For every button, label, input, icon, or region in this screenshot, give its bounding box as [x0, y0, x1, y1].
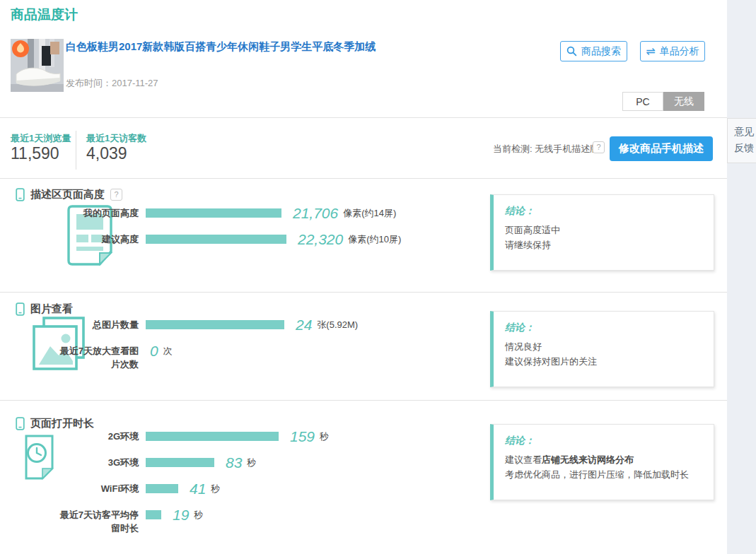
stat-pageviews-label: 最近1天浏览量 — [11, 132, 71, 145]
platform-toggle: PC 无线 — [622, 92, 704, 111]
phone-icon — [16, 302, 25, 316]
conclusion-line: 建议保持对图片的关注 — [505, 354, 702, 369]
conclusion-line: 情况良好 — [505, 339, 702, 354]
metric-bar — [146, 320, 284, 329]
section-open-duration: 页面打开时长 2G环境 159 秒 3G环境 83 秒 WiFi环境 — [0, 413, 727, 554]
search-icon — [566, 46, 577, 57]
metric-value: 21,706 — [293, 206, 338, 220]
stat-divider — [76, 131, 76, 170]
metric-bar — [146, 432, 279, 441]
metric-row: WiFi环境 41 秒 — [54, 482, 329, 508]
metric-value: 159 — [290, 429, 315, 444]
metric-row: 总图片数量 24 张(5.92M) — [54, 318, 358, 344]
conclusion-line: 请继续保持 — [505, 237, 702, 252]
metric-value: 24 — [296, 317, 312, 332]
page-title: 商品温度计 — [11, 6, 78, 24]
metric-unit: 像素(约10屏) — [348, 232, 401, 246]
conclusion-box: 结论： 页面高度适中 请继续保持 — [490, 194, 714, 271]
metric-unit: 秒 — [211, 482, 220, 495]
metric-value: 83 — [226, 455, 242, 470]
phone-icon — [16, 188, 25, 201]
metric-unit: 秒 — [320, 430, 329, 443]
metric-unit: 次 — [163, 344, 173, 358]
conclusion-title: 结论： — [505, 435, 702, 447]
metric-value: 19 — [173, 507, 189, 522]
product-thumbnail[interactable] — [11, 39, 64, 92]
pc-toggle-button[interactable]: PC — [622, 92, 663, 111]
clock-page-icon — [23, 435, 56, 480]
feedback-tab-line2: 反馈 — [734, 140, 756, 156]
section-image-view: 图片查看 总图片数量 24 张(5.92M) 最近7天放大查看图片次数 0 次 … — [0, 300, 727, 400]
metric-label: 建议高度 — [54, 232, 139, 246]
conclusion-line: 考虑优化商品，进行图片压缩，降低加载时长 — [505, 467, 702, 482]
swap-icon: ⇌ — [646, 47, 655, 57]
metric-bar — [146, 484, 178, 493]
divider — [0, 400, 727, 401]
single-item-analysis-label: 单品分析 — [660, 45, 699, 58]
section-page-height: 描述区页面高度 ? 我的页面高度 21,706 像素(约14屏) 建议高度 22… — [0, 187, 727, 292]
metric-bar — [146, 458, 214, 467]
product-thermometer-page: 商品温度计 白色板鞋男2017新款韩版百搭青少年休闲鞋子男学生平底冬季加绒 发布… — [0, 0, 756, 554]
metric-row: 最近7天访客平均停留时长 19 秒 — [54, 508, 329, 539]
metric-value: 22,320 — [298, 232, 343, 247]
metric-row: 最近7天放大查看图片次数 0 次 — [54, 344, 358, 375]
publish-date: 发布时间：2017-11-27 — [66, 77, 158, 90]
metric-label: 总图片数量 — [54, 318, 139, 331]
edit-mobile-description-button[interactable]: 修改商品手机描述 — [610, 136, 713, 161]
help-icon[interactable]: ? — [593, 141, 605, 153]
detection-status: 当前检测: 无线手机描述版 — [493, 143, 599, 155]
stat-visitors-value: 4,039 — [86, 144, 127, 163]
product-title-link[interactable]: 白色板鞋男2017新款韩版百搭青少年休闲鞋子男学生平底冬季加绒 — [66, 40, 518, 54]
section-title: 图片查看 — [30, 302, 73, 316]
section-title: 页面打开时长 — [30, 417, 94, 430]
phone-icon — [16, 417, 25, 430]
conclusion-title: 结论： — [505, 205, 702, 218]
single-item-analysis-button[interactable]: ⇌ 单品分析 — [640, 41, 705, 61]
feedback-tab[interactable]: 意见 反馈 — [727, 118, 756, 163]
metric-bar — [146, 235, 286, 244]
section-title: 描述区页面高度 — [30, 188, 105, 201]
metric-unit: 秒 — [247, 456, 256, 469]
help-icon[interactable]: ? — [110, 189, 122, 201]
conclusion-box: 结论： 建议查看店铺无线来访网络分布 考虑优化商品，进行图片压缩，降低加载时长 — [490, 424, 714, 500]
metric-row: 3G环境 83 秒 — [54, 456, 329, 482]
metric-bar — [146, 510, 161, 519]
conclusion-line: 建议查看店铺无线来访网络分布 — [505, 452, 702, 467]
conclusion-title: 结论： — [505, 322, 702, 334]
wireless-toggle-button[interactable]: 无线 — [663, 92, 704, 111]
divider — [0, 292, 727, 293]
divider — [0, 117, 727, 118]
metric-row: 我的页面高度 21,706 像素(约14屏) — [54, 206, 401, 232]
divider — [0, 178, 727, 179]
stat-visitors-label: 最近1天访客数 — [86, 132, 146, 145]
product-search-button[interactable]: 商品搜索 — [560, 41, 627, 61]
stat-pageviews-value: 11,590 — [11, 144, 59, 163]
metric-row: 建议高度 22,320 像素(约10屏) — [54, 232, 401, 259]
metric-unit: 张(5.92M) — [317, 318, 358, 331]
metric-label: 我的页面高度 — [54, 206, 139, 220]
metric-value: 41 — [190, 481, 206, 496]
metric-value: 0 — [150, 343, 158, 358]
metric-bar — [146, 208, 281, 218]
metric-label: 3G环境 — [54, 456, 139, 469]
metric-label: WiFi环境 — [54, 482, 139, 495]
feedback-tab-line1: 意见 — [734, 124, 756, 140]
metric-unit: 像素(约14屏) — [343, 206, 396, 220]
page-gutter — [727, 0, 756, 554]
metric-label: 2G环境 — [54, 430, 139, 443]
metric-row: 2G环境 159 秒 — [54, 430, 329, 456]
product-search-label: 商品搜索 — [581, 45, 621, 58]
metric-label: 最近7天放大查看图片次数 — [54, 344, 139, 371]
conclusion-line: 页面高度适中 — [505, 223, 702, 237]
conclusion-box: 结论： 情况良好 建议保持对图片的关注 — [490, 311, 714, 387]
metric-unit: 秒 — [194, 508, 203, 521]
metric-label: 最近7天访客平均停留时长 — [54, 508, 139, 535]
